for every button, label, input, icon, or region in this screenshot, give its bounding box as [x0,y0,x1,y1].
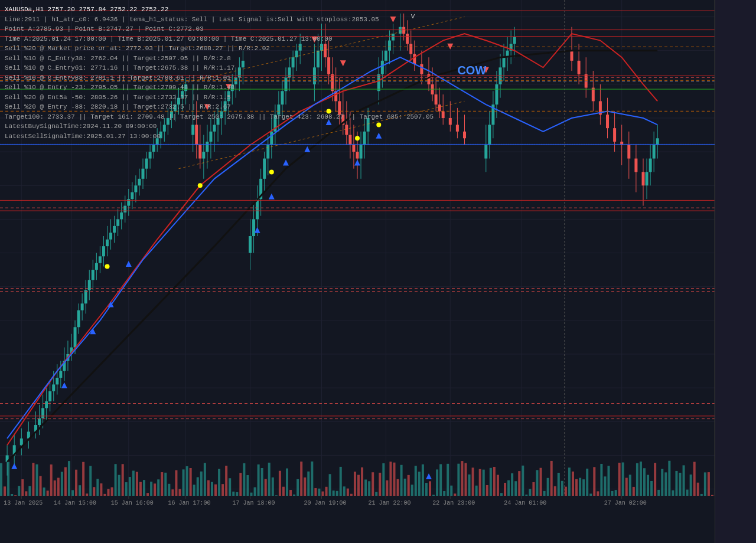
chart-container: XAUUSDa,H1 2757.20 2757.84 2752.22 2752.… [0,0,756,543]
time-axis [0,502,715,513]
chart-canvas [0,0,756,543]
price-axis [715,0,756,543]
